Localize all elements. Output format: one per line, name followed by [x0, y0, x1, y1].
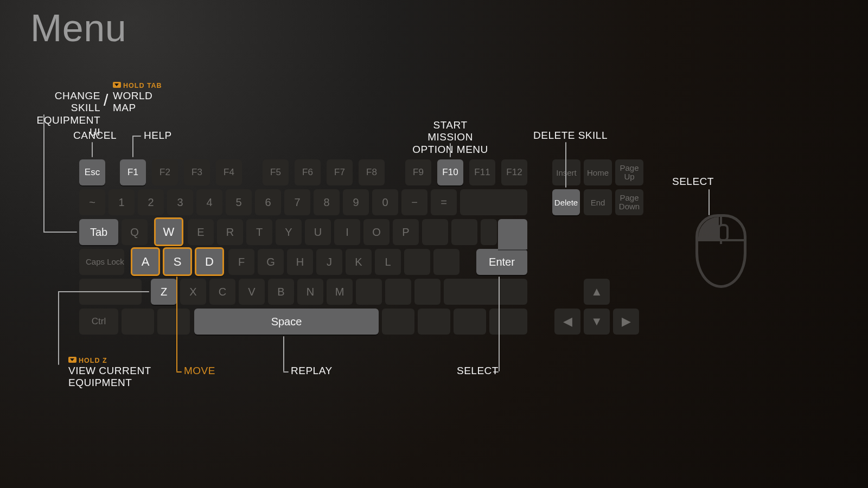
key-h: H [287, 249, 313, 275]
leader-line [92, 142, 93, 157]
key-n: N [297, 279, 323, 305]
chevron-right-icon: ▶ [613, 309, 639, 335]
key-f: F [228, 249, 254, 275]
key-backspace [460, 189, 527, 215]
label-cancel: CANCEL [73, 130, 117, 142]
key-capslock: Caps Lock [79, 249, 124, 275]
key-5: 5 [226, 189, 252, 215]
key-period [385, 279, 411, 305]
leader-line [709, 189, 710, 215]
label-world-map: WORLD MAP [113, 90, 152, 114]
key-x: X [180, 279, 206, 305]
key-q: Q [122, 219, 148, 245]
key-bracket-r [451, 219, 477, 245]
label-replay: REPLAY [291, 365, 333, 377]
key-f11: F11 [469, 159, 495, 185]
label-move: MOVE [184, 365, 215, 377]
leader-line [132, 136, 141, 137]
key-7: 7 [284, 189, 310, 215]
key-f8: F8 [359, 159, 385, 185]
chevron-down-icon: ▼ [584, 309, 610, 335]
key-u: U [305, 219, 331, 245]
key-tab[interactable]: Tab [79, 219, 118, 245]
key-arrow-down: ▼ [584, 309, 610, 335]
leader-line [565, 142, 566, 188]
key-delete[interactable]: Delete [552, 189, 580, 215]
key-alt-r [382, 309, 414, 335]
key-ctrl-r [489, 309, 527, 335]
hold-tab-badge: HOLD TAB [113, 82, 162, 89]
label-enter-select: SELECT [457, 365, 499, 377]
key-m: M [327, 279, 353, 305]
leader-line [132, 136, 133, 157]
key-c: C [209, 279, 235, 305]
label-delete-skill: DELETE SKILL [533, 130, 608, 142]
key-f12: F12 [501, 159, 527, 185]
leader-line [43, 232, 77, 233]
key-f2: F2 [152, 159, 178, 185]
key-menu [454, 309, 486, 335]
key-r: R [217, 219, 243, 245]
key-a[interactable]: A [131, 247, 160, 276]
key-e: E [188, 219, 214, 245]
key-arrow-up: ▲ [584, 279, 610, 305]
key-win-r [418, 309, 450, 335]
key-4: 4 [196, 189, 222, 215]
leader-line [450, 143, 451, 157]
key-equals: = [431, 189, 457, 215]
key-t: T [246, 219, 272, 245]
key-f7: F7 [327, 159, 353, 185]
label-view-equipment: VIEW CURRENTEQUIPMENT [68, 365, 151, 389]
key-w[interactable]: W [154, 217, 183, 246]
key-8: 8 [314, 189, 340, 215]
chevron-left-icon: ◀ [554, 309, 580, 335]
key-tilde: ~ [79, 189, 105, 215]
page-title: Menu [30, 7, 126, 50]
key-quote [433, 249, 459, 275]
label-help: HELP [144, 130, 172, 142]
key-f10[interactable]: F10 [437, 159, 463, 185]
key-s[interactable]: S [163, 247, 192, 276]
key-arrow-left: ◀ [554, 309, 580, 335]
key-space[interactable]: Space [194, 309, 379, 335]
key-y: Y [276, 219, 302, 245]
leader-line [43, 114, 44, 233]
key-f1[interactable]: F1 [120, 159, 146, 185]
key-comma [356, 279, 382, 305]
key-alt-l [157, 309, 190, 335]
key-9: 9 [343, 189, 369, 215]
key-b: B [268, 279, 294, 305]
leader-line [176, 371, 182, 373]
key-bracket-l [422, 219, 448, 245]
mouse-icon [695, 214, 746, 288]
key-win-l [122, 309, 154, 335]
slash-icon: / [104, 91, 108, 110]
key-f9: F9 [405, 159, 431, 185]
key-shift-r [444, 279, 527, 305]
key-f6: F6 [295, 159, 321, 185]
key-v: V [239, 279, 265, 305]
key-f3: F3 [184, 159, 210, 185]
key-d[interactable]: D [195, 247, 224, 276]
key-2: 2 [138, 189, 164, 215]
key-pageup: Page Up [615, 159, 643, 185]
key-z[interactable]: Z [151, 279, 177, 305]
leader-line [499, 277, 500, 371]
key-minus: − [401, 189, 427, 215]
key-enter[interactable]: Enter [476, 249, 527, 275]
key-1: 1 [108, 189, 135, 215]
chevron-up-icon: ▲ [584, 279, 610, 305]
leader-line [58, 291, 59, 365]
key-enter-top[interactable] [498, 219, 527, 249]
hold-z-badge: HOLD Z [68, 357, 107, 364]
mouse-left-button-icon [698, 217, 719, 240]
key-k: K [346, 249, 372, 275]
key-pagedown: Page Down [615, 189, 643, 215]
key-i: I [334, 219, 360, 245]
key-0: 0 [372, 189, 398, 215]
key-esc[interactable]: Esc [79, 159, 105, 185]
leader-line [58, 291, 149, 292]
key-end: End [584, 189, 612, 215]
key-home: Home [584, 159, 612, 185]
key-3: 3 [167, 189, 193, 215]
